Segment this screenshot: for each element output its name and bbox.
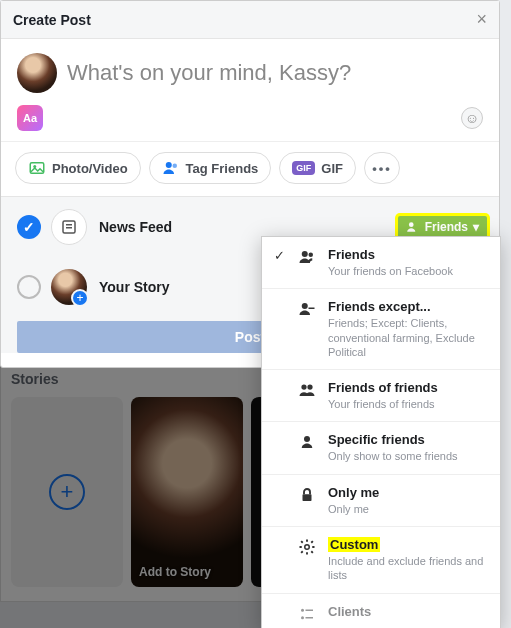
svg-point-12 [301, 385, 306, 390]
dropdown-item-fof[interactable]: Friends of friends Your friends of frien… [262, 370, 500, 422]
tag-friends-button[interactable]: Tag Friends [149, 152, 272, 184]
check-icon: ✓ [274, 247, 288, 278]
friends-icon [406, 220, 420, 234]
svg-rect-0 [30, 163, 44, 174]
tag-icon [162, 159, 180, 177]
svg-point-13 [307, 385, 312, 390]
emoji-icon[interactable]: ☺ [461, 107, 483, 129]
svg-point-17 [301, 608, 304, 611]
svg-point-10 [302, 303, 308, 309]
plus-badge-icon: + [71, 289, 89, 307]
photo-icon [28, 159, 46, 177]
dropdown-item-only-me[interactable]: Only me Only me [262, 475, 500, 527]
modal-title: Create Post [13, 12, 91, 28]
svg-point-18 [301, 616, 304, 619]
friends-except-icon [298, 299, 318, 359]
friends-icon [298, 247, 318, 278]
dropdown-item-custom[interactable]: Custom Include and exclude friends and l… [262, 527, 500, 594]
close-icon[interactable]: × [476, 9, 487, 30]
svg-rect-15 [303, 494, 312, 501]
svg-point-16 [305, 545, 310, 550]
svg-rect-19 [306, 609, 314, 611]
attachment-toolbar: Photo/Video Tag Friends GIF GIF ••• [1, 141, 499, 196]
news-feed-icon [51, 209, 87, 245]
svg-point-3 [172, 164, 177, 169]
svg-point-9 [309, 253, 314, 258]
dropdown-item-clients[interactable]: Clients [262, 594, 500, 628]
gif-badge-icon: GIF [292, 161, 315, 175]
audience-selector-button[interactable]: Friends ▾ [398, 216, 487, 238]
audience-dropdown: ✓ Friends Your friends on Facebook Frien… [261, 236, 501, 628]
gif-button[interactable]: GIF GIF [279, 152, 356, 184]
bg-row: Aa ☺ [1, 97, 499, 141]
more-button[interactable]: ••• [364, 152, 400, 184]
your-story-label: Your Story [99, 279, 170, 295]
composer-input[interactable]: What's on your mind, Kassy? [67, 60, 351, 86]
svg-point-2 [165, 162, 171, 168]
photo-video-button[interactable]: Photo/Video [15, 152, 141, 184]
composer-row: What's on your mind, Kassy? [1, 39, 499, 97]
chevron-down-icon: ▾ [473, 220, 479, 234]
svg-rect-20 [306, 617, 314, 619]
svg-point-7 [409, 222, 414, 227]
background-picker-button[interactable]: Aa [17, 105, 43, 131]
list-icon [298, 604, 318, 626]
modal-header: Create Post × [1, 1, 499, 39]
dropdown-item-friends-except[interactable]: Friends except... Friends; Except: Clien… [262, 289, 500, 370]
dropdown-item-friends[interactable]: ✓ Friends Your friends on Facebook [262, 237, 500, 289]
svg-rect-11 [309, 308, 315, 310]
story-avatar: + [51, 269, 87, 305]
lock-icon [298, 485, 318, 516]
friends-of-friends-icon [298, 380, 318, 411]
dropdown-item-specific[interactable]: Specific friends Only show to some frien… [262, 422, 500, 474]
radio-checked-icon[interactable] [17, 215, 41, 239]
specific-friends-icon [298, 432, 318, 463]
avatar [17, 53, 57, 93]
gear-icon [298, 537, 318, 583]
news-feed-label: News Feed [99, 219, 172, 235]
svg-point-14 [304, 436, 310, 442]
svg-point-8 [302, 251, 308, 257]
radio-empty-icon[interactable] [17, 275, 41, 299]
